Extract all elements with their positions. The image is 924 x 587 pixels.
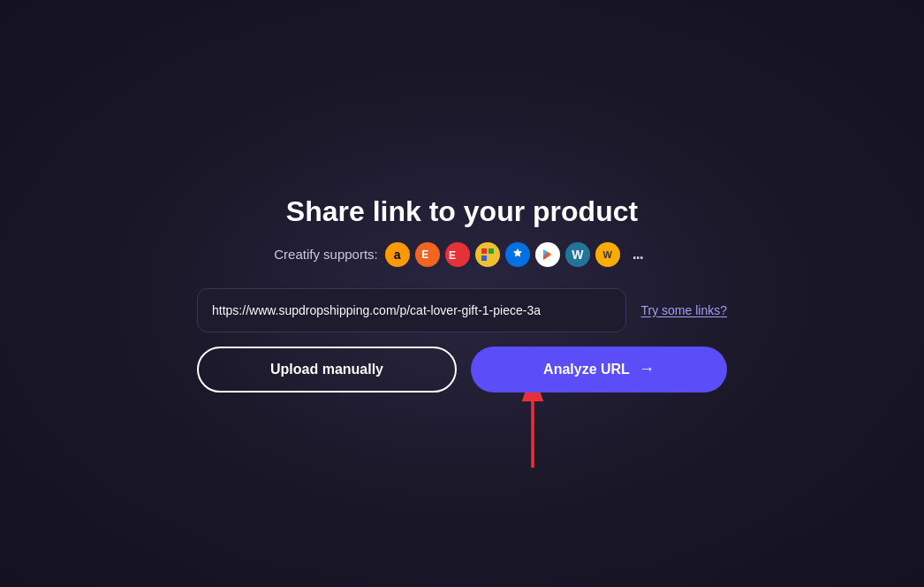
svg-rect-4 bbox=[481, 255, 487, 261]
platform-icon-etsy: E bbox=[415, 242, 440, 267]
main-content: Share link to your product Creatify supp… bbox=[197, 195, 727, 393]
platform-icon-appstore bbox=[505, 242, 530, 267]
upload-manually-button[interactable]: Upload manually bbox=[197, 347, 457, 393]
platform-icon-amazon: a bbox=[385, 242, 410, 267]
platform-icon-shopify bbox=[475, 242, 500, 267]
annotation-arrow bbox=[506, 393, 559, 472]
arrow-right-icon: → bbox=[639, 360, 655, 378]
buttons-row: Upload manually Analyze URL → bbox=[197, 347, 727, 393]
svg-text:E: E bbox=[421, 248, 428, 261]
page-title: Share link to your product bbox=[286, 195, 638, 228]
url-row: Try some links? bbox=[197, 288, 727, 332]
platform-icon-ebay: E bbox=[445, 242, 470, 267]
supports-label: Creatify supports: bbox=[274, 247, 378, 262]
analyze-btn-label: Analyze URL bbox=[543, 362, 630, 377]
svg-rect-3 bbox=[489, 248, 494, 254]
try-links-button[interactable]: Try some links? bbox=[640, 303, 727, 317]
platform-icon-wordpress: W bbox=[565, 242, 590, 267]
url-input[interactable] bbox=[197, 288, 626, 332]
svg-marker-6 bbox=[543, 249, 552, 260]
svg-rect-2 bbox=[481, 248, 487, 254]
platform-icon-googleplay bbox=[535, 242, 560, 267]
supports-row: Creatify supports: a E E bbox=[274, 242, 650, 267]
more-platforms-icon: ... bbox=[625, 242, 650, 267]
svg-rect-5 bbox=[489, 255, 494, 261]
platform-icon-wix: W bbox=[595, 242, 620, 267]
platform-icons-list: a E E bbox=[385, 242, 650, 267]
analyze-url-button[interactable]: Analyze URL → bbox=[471, 347, 727, 393]
svg-text:E: E bbox=[449, 249, 456, 261]
